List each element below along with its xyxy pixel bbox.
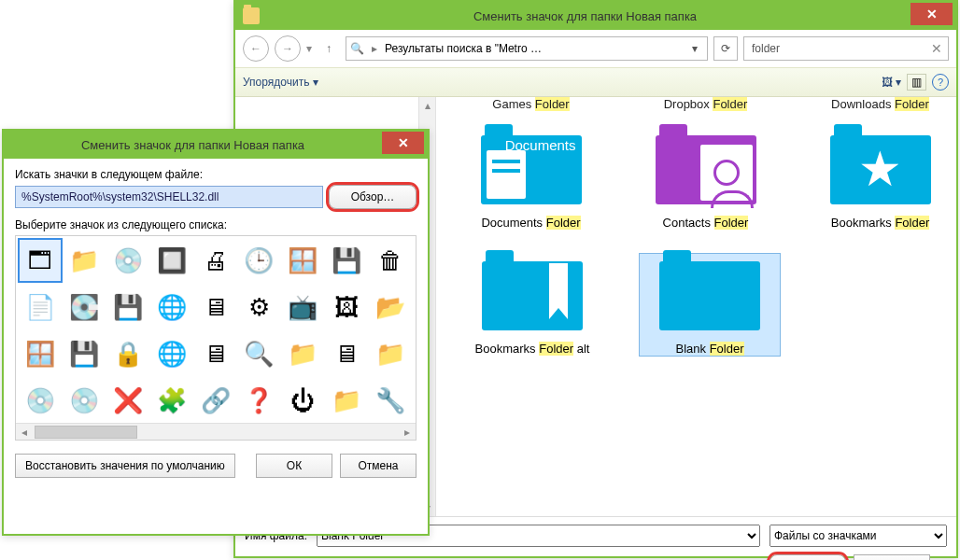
list-label: Выберите значок из следующего списка: [15,218,416,231]
icon-grid-scrollbar[interactable]: ◂ ▸ [16,423,416,440]
address-bar[interactable]: 🔍▸Результаты поиска в "Metro … ▾ [346,36,708,61]
icon-choice[interactable]: 📂 [370,287,411,328]
restore-defaults-button[interactable]: Восстановить значения по умолчанию [15,454,235,478]
list-item[interactable]: Games Folder [462,97,600,111]
titlebar: Сменить значок для папки Новая папка ✕ [235,2,956,30]
list-item-blank-selected[interactable]: Blank Folder [640,254,780,356]
titlebar: Сменить значок для папки Новая папка ✕ [4,131,428,159]
search-box[interactable]: ✕ [743,36,949,61]
icon-choice[interactable]: 🌐 [151,333,192,374]
list-item-documents[interactable]: Documents Documents Folder [462,128,600,230]
toolbar: Упорядочить ▾ 🖼 ▾ ▥ ? [235,67,956,97]
icon-choice[interactable]: 🖥 [195,333,236,374]
search-input[interactable] [750,41,927,56]
icon-choice[interactable]: 🗑 [370,240,411,281]
file-list: Games Folder Dropbox Folder Downloads Fo… [436,97,956,516]
preview-pane-button[interactable]: ▥ [907,74,926,91]
icon-choice[interactable]: 📁 [64,240,105,281]
icon-path-input[interactable] [15,186,323,208]
icon-choice[interactable]: 📁 [282,333,323,374]
ok-button[interactable]: ОК [256,454,332,478]
seek-label: Искать значки в следующем файле: [15,168,416,181]
list-item-contacts[interactable]: Contacts Folder [637,128,774,230]
close-button[interactable]: ✕ [382,132,424,154]
icon-choice[interactable]: ⏻ [282,380,323,421]
icon-choice[interactable]: 🪟 [282,240,323,281]
icon-choice[interactable]: ❓ [238,380,279,421]
icon-choice[interactable]: 🖼 [326,287,367,328]
open-button[interactable]: Открыть [769,554,846,560]
icon-choice[interactable]: 🔍 [238,333,279,374]
icon-choice[interactable]: 💾 [326,240,367,281]
folder-icon [243,7,260,24]
list-item[interactable]: Dropbox Folder [637,97,774,111]
icon-choice[interactable]: ❌ [107,380,148,421]
browse-button[interactable]: Обзор… [329,185,416,209]
scroll-up-icon[interactable]: ▴ [419,97,435,114]
icon-choice[interactable]: 💿 [20,380,61,421]
forward-button[interactable]: → [275,35,301,62]
icon-choice[interactable]: 🖥 [195,287,236,328]
up-button[interactable]: ↑ [318,37,340,60]
icon-choice[interactable]: 💽 [64,287,105,328]
filetype-combo[interactable]: Файлы со значками [769,525,947,547]
icon-grid: 🗔📁💿🔲🖨🕒🪟💾🗑📄💽💾🌐🖥⚙📺🖼📂🪟💾🔒🌐🖥🔍📁🖥📁💿💿❌🧩🔗❓⏻📁🔧 ◂ ▸ [15,235,416,441]
icon-choice[interactable]: 🔧 [370,380,411,421]
window-title: Сменить значок для папки Новая папка [260,9,911,23]
icon-choice[interactable]: ⚙ [238,287,279,328]
refresh-button[interactable]: ⟳ [713,36,738,61]
icon-choice[interactable]: 🖥 [326,333,367,374]
icon-choice[interactable]: 🗔 [20,240,61,281]
recent-dropdown-icon[interactable]: ▾ [306,42,312,55]
icon-caption: Documents [505,137,576,153]
icon-choice[interactable]: 🔒 [107,333,148,374]
icon-choice[interactable]: 💾 [64,333,105,374]
window-title: Сменить значок для папки Новая папка [4,138,382,152]
change-icon-dialog: Сменить значок для папки Новая папка ✕ И… [2,129,430,536]
list-item-bookmarks[interactable]: ★ Bookmarks Folder [812,128,949,230]
cancel-button[interactable]: Отмена [340,454,416,478]
icon-choice[interactable]: 🕒 [238,240,279,281]
scrollbar-thumb[interactable] [35,426,137,439]
icon-choice[interactable]: 📁 [370,333,411,374]
search-results-icon: 🔍 [350,42,364,55]
list-item[interactable]: Downloads Folder [812,97,949,111]
icon-choice[interactable]: 💾 [107,287,148,328]
icon-choice[interactable]: 🔗 [195,380,236,421]
icon-choice[interactable]: 📄 [20,287,61,328]
icon-choice[interactable]: 📺 [282,287,323,328]
organize-menu[interactable]: Упорядочить ▾ [243,76,318,89]
icon-choice[interactable]: 🧩 [151,380,192,421]
view-menu-icon[interactable]: 🖼 ▾ [882,76,901,89]
scroll-left-icon[interactable]: ◂ [16,426,33,439]
icon-choice[interactable]: 💿 [107,240,148,281]
icon-choice[interactable]: 🔲 [151,240,192,281]
breadcrumb-dropdown-icon[interactable]: ▾ [686,42,703,55]
icon-choice[interactable]: 📁 [326,380,367,421]
breadcrumb: Результаты поиска в "Metro … [385,42,542,55]
help-button[interactable]: ? [932,74,949,91]
icon-choice[interactable]: 💿 [64,380,105,421]
back-button[interactable]: ← [243,35,269,62]
nav-row: ← → ▾ ↑ 🔍▸Результаты поиска в "Metro … ▾… [235,30,956,67]
icon-choice[interactable]: 🌐 [151,287,192,328]
close-button[interactable]: ✕ [911,3,953,25]
scroll-right-icon[interactable]: ▸ [399,426,416,439]
list-item-bookmarks-alt[interactable]: Bookmarks Folder alt [462,254,602,356]
icon-choice[interactable]: 🪟 [20,333,61,374]
cancel-button[interactable]: Отмена [854,554,930,560]
clear-search-icon[interactable]: ✕ [927,41,942,56]
icon-choice[interactable]: 🖨 [195,240,236,281]
